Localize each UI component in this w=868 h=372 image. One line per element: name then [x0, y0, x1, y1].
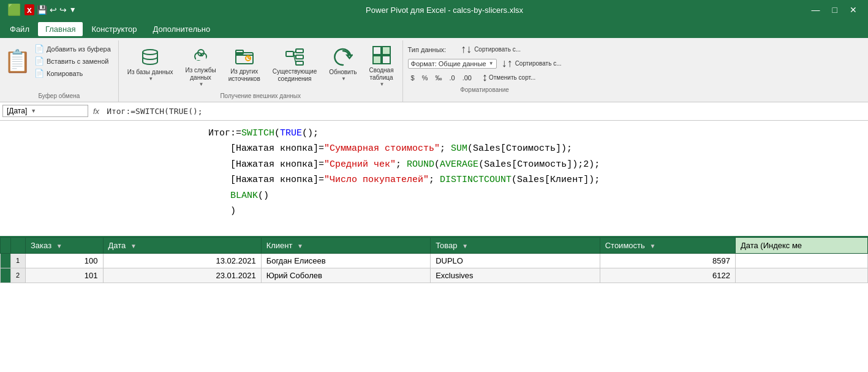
insert-replace-button[interactable]: 📄 Вставить с заменой	[32, 55, 113, 67]
row1-dateindex[interactable]	[735, 253, 867, 268]
expand-icon[interactable]: ▼	[69, 6, 77, 14]
add-from-buffer-button[interactable]: 📄 Добавить из буфера	[32, 43, 113, 55]
cost-filter-icon[interactable]: ▼	[649, 243, 655, 249]
row2-num: 2	[11, 268, 26, 283]
row2-dateindex[interactable]	[735, 268, 867, 283]
comma-btn[interactable]: ‰	[432, 73, 445, 83]
row2-date[interactable]: 23.01.2021	[103, 268, 261, 283]
date-header[interactable]: Дата ▼	[103, 237, 261, 253]
table-header-row: Заказ ▼ Дата ▼ Клиент ▼ Товар ▼ Стоимост…	[1, 237, 868, 253]
date-filter-icon[interactable]: ▼	[130, 243, 137, 249]
svg-rect-20	[382, 56, 390, 64]
menu-advanced[interactable]: Дополнительно	[146, 22, 218, 36]
f3-p5: (	[434, 159, 440, 170]
format-chevron: ▼	[489, 61, 494, 66]
db-dropdown-icon: ▼	[148, 76, 153, 82]
refresh-button[interactable]: Обновить ▼	[325, 43, 360, 86]
service-dropdown-icon: ▼	[199, 82, 204, 88]
formula-line-6: )	[208, 203, 868, 219]
row2-marker	[1, 268, 11, 283]
ribbon: 📋 📄 Добавить из буфера 📄 Вставить с заме…	[0, 38, 868, 102]
external-label: Получение внешних данных	[124, 91, 398, 101]
formula-input[interactable]: Итог:=SWITCH(TRUE();	[104, 105, 866, 117]
date-index-header[interactable]: Дата (Индекс ме	[735, 237, 867, 253]
data-table: Заказ ▼ Дата ▼ Клиент ▼ Товар ▼ Стоимост…	[0, 237, 868, 283]
connections-icon	[285, 47, 304, 66]
f5-p1	[208, 191, 230, 201]
row1-date[interactable]: 13.02.2021	[103, 253, 261, 268]
powerpoint-icon: x	[25, 4, 34, 15]
save-icon[interactable]: 💾	[37, 5, 47, 15]
refresh-dropdown-icon: ▼	[341, 76, 346, 82]
copy-button[interactable]: 📄 Копировать	[32, 67, 113, 79]
row1-num: 1	[11, 253, 26, 268]
client-filter-icon[interactable]: ▼	[297, 243, 303, 249]
menu-file[interactable]: Файл	[2, 22, 37, 36]
formatting-label: Форматирование	[408, 85, 562, 94]
ribbon-group-clipboard: 📋 📄 Добавить из буфера 📄 Вставить с заме…	[0, 40, 119, 102]
close-btn[interactable]: ✕	[845, 5, 862, 15]
f4-p5: (Sales[Клиент]);	[511, 175, 600, 185]
external-content: Из базы данных ▼ Из службыданных ▼ Из др…	[124, 43, 398, 90]
marker-header	[1, 237, 11, 253]
format-content: Тип данных: ↑↓ Сортировать с... Формат: …	[408, 43, 562, 84]
formula-bar: [Дата] ▼ fx Итог:=SWITCH(TRUE();	[0, 102, 868, 121]
undo-icon[interactable]: ↩	[50, 5, 57, 15]
restore-btn[interactable]: □	[828, 5, 842, 15]
name-box-dropdown[interactable]: ▼	[31, 108, 36, 114]
from-service-button[interactable]: Из службыданных ▼	[181, 43, 219, 90]
excel-icon: 🟩	[6, 3, 22, 17]
existing-connections-button[interactable]: Существующиесоединения	[269, 43, 320, 86]
menu-home[interactable]: Главная	[38, 22, 83, 36]
row2-cost[interactable]: 6122	[600, 268, 735, 283]
row1-order[interactable]: 100	[26, 253, 104, 268]
title-bar: 🟩 x 💾 ↩ ↪ ▼ Power Pivot для Excel - calc…	[0, 0, 868, 20]
f3-p4: ROUND	[407, 159, 434, 170]
pivot-button[interactable]: Своднаятаблица ▼	[365, 43, 397, 90]
format-row: Формат: Общие данные ▼ ↓↑ Сортировать с.…	[408, 57, 562, 70]
minimize-btn[interactable]: —	[807, 5, 825, 15]
menu-design[interactable]: Конструктор	[84, 22, 144, 36]
f2-p1: [Нажатая кнопка]=	[208, 143, 324, 154]
f1-p5: ();	[302, 128, 319, 139]
sort-az-icon: ↑↓	[461, 43, 472, 56]
product-filter-icon[interactable]: ▼	[462, 243, 468, 249]
svg-rect-17	[373, 47, 381, 55]
format-value: Формат: Общие данные	[411, 60, 486, 67]
menu-bar: Файл Главная Конструктор Дополнительно	[0, 20, 868, 38]
redo-icon[interactable]: ↪	[59, 5, 67, 15]
from-other-button[interactable]: Из другихисточников	[225, 43, 264, 86]
row2-client[interactable]: Юрий Соболев	[261, 268, 431, 283]
dec-decrease-btn[interactable]: .00	[459, 73, 475, 83]
dollar-btn[interactable]: $	[408, 73, 418, 83]
dec-increase-btn[interactable]: .0	[447, 73, 458, 83]
product-header[interactable]: Товар ▼	[431, 237, 600, 253]
name-box[interactable]: [Дата] ▼	[2, 105, 88, 117]
order-header[interactable]: Заказ ▼	[26, 237, 104, 253]
paste-icon: 📋	[4, 48, 31, 74]
row2-product[interactable]: Exclusives	[431, 268, 600, 283]
f3-p2: "Средний чек"	[324, 159, 396, 170]
percent-btn[interactable]: %	[419, 73, 431, 83]
from-db-button[interactable]: Из базы данных ▼	[124, 43, 177, 86]
f3-p7: (Sales[Стоимость]);2);	[478, 159, 600, 170]
f2-p5: (Sales[Стоимость]);	[467, 143, 572, 154]
cost-header[interactable]: Стоимость ▼	[600, 237, 735, 253]
formula-editor: Итог:=SWITCH(TRUE(); [Нажатая кнопка]="С…	[0, 121, 868, 237]
row2-order[interactable]: 101	[26, 268, 104, 283]
f4-p3: ;	[429, 175, 440, 185]
f2-p4: SUM	[451, 143, 467, 154]
fx-label: fx	[88, 107, 104, 116]
paste-button[interactable]: 📋	[5, 44, 29, 78]
data-table-section: Заказ ▼ Дата ▼ Клиент ▼ Товар ▼ Стоимост…	[0, 237, 868, 283]
row1-product[interactable]: DUPLO	[431, 253, 600, 268]
order-filter-icon[interactable]: ▼	[56, 243, 62, 249]
f3-p6: AVERAGE	[440, 159, 478, 170]
client-header[interactable]: Клиент ▼	[261, 237, 431, 253]
format-dropdown[interactable]: Формат: Общие данные ▼	[408, 59, 497, 69]
row1-client[interactable]: Богдан Елисеев	[261, 253, 431, 268]
title-text: Power Pivot для Excel - calcs-by-slicers…	[83, 6, 807, 15]
db-icon	[140, 47, 160, 67]
pivot-icon	[372, 45, 391, 65]
row1-cost[interactable]: 8597	[600, 253, 735, 268]
